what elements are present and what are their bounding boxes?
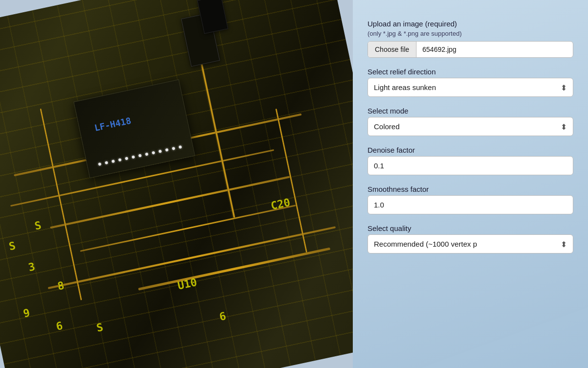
relief-direction-select-wrapper: Light areas sunken Light areas raised Da… (368, 78, 573, 97)
relief-direction-label: Select relief direction (368, 68, 573, 76)
upload-label: Upload an image (required) (368, 20, 573, 28)
mode-label: Select mode (368, 107, 573, 115)
quality-select[interactable]: Recommended (~1000 vertex p Low (~500 ve… (368, 235, 573, 253)
quality-label: Select quality (368, 224, 573, 232)
quality-section: Select quality Recommended (~1000 vertex… (368, 224, 573, 253)
upload-sublabel: (only *.jpg & *.png are supported) (368, 30, 573, 37)
smoothness-label: Smoothness factor (368, 185, 573, 193)
smoothness-section: Smoothness factor (368, 185, 573, 214)
relief-direction-select[interactable]: Light areas sunken Light areas raised Da… (368, 78, 573, 96)
file-name-display: 654692.jpg (416, 42, 573, 57)
upload-section: Upload an image (required) (only *.jpg &… (368, 20, 573, 58)
image-panel: LF-H418 S 3 8 S 8 C20 U10 (0, 0, 353, 368)
mode-select[interactable]: Colored Grayscale Black & White (368, 117, 573, 136)
mode-select-wrapper: Colored Grayscale Black & White ⬍ (368, 117, 573, 136)
smoothness-input[interactable] (368, 195, 573, 214)
denoise-section: Denoise factor (368, 146, 573, 175)
file-input-row: Choose file 654692.jpg (368, 41, 573, 58)
right-panel: Upload an image (required) (only *.jpg &… (353, 0, 588, 368)
denoise-input[interactable] (368, 156, 573, 175)
mode-section: Select mode Colored Grayscale Black & Wh… (368, 107, 573, 136)
circuit-board-image: LF-H418 S 3 8 S 8 C20 U10 (0, 0, 353, 368)
relief-direction-section: Select relief direction Light areas sunk… (368, 68, 573, 97)
quality-select-wrapper: Recommended (~1000 vertex p Low (~500 ve… (368, 234, 573, 253)
denoise-label: Denoise factor (368, 146, 573, 154)
choose-file-button[interactable]: Choose file (368, 42, 416, 57)
